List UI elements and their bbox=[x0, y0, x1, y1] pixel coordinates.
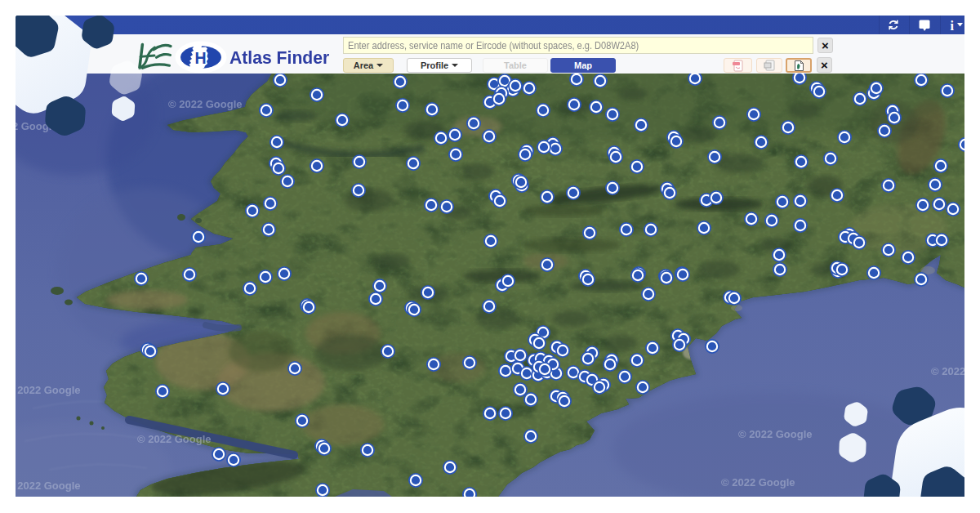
svg-text:© 2022 Google: © 2022 Google bbox=[168, 98, 243, 110]
svg-text:© 2022 Google: © 2022 Google bbox=[738, 428, 813, 440]
svg-text:© 2022 Google: © 2022 Google bbox=[721, 476, 795, 488]
svg-text:© 2022 Google: © 2022 Google bbox=[931, 365, 964, 377]
svg-text:© 2022 Google: © 2022 Google bbox=[137, 433, 212, 445]
svg-text:i: i bbox=[951, 19, 955, 33]
svg-text:H: H bbox=[195, 49, 207, 67]
svg-text:© 2022 Google: © 2022 Google bbox=[16, 120, 58, 132]
svg-text:© 2022 Google: © 2022 Google bbox=[16, 384, 81, 396]
svg-text:© 2022 Google: © 2022 Google bbox=[16, 480, 81, 492]
